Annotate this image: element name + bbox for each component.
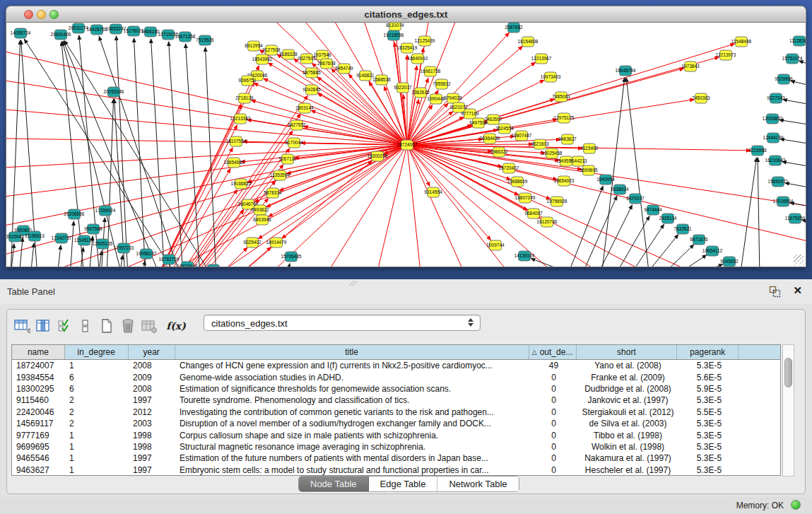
table-cell[interactable]: 1997 bbox=[129, 465, 175, 476]
table-cell[interactable]: Embryonic stem cells: a model to study s… bbox=[175, 465, 530, 476]
column-header-title[interactable]: title bbox=[175, 345, 529, 359]
table-cell[interactable]: 0 bbox=[530, 452, 577, 464]
table-cell[interactable]: Nakamura et al. (1997) bbox=[577, 452, 678, 464]
table-row[interactable]: 946362711997Embryonic stem cells: a mode… bbox=[12, 465, 780, 476]
table-cell[interactable]: 9115460 bbox=[12, 395, 65, 406]
table-cell[interactable]: 0 bbox=[530, 441, 577, 452]
show-columns-icon[interactable] bbox=[34, 317, 52, 335]
table-cell[interactable]: 2003 bbox=[129, 418, 175, 429]
table-row[interactable]: 1938455462009Genome-wide association stu… bbox=[12, 371, 780, 382]
table-cell[interactable]: Corpus callosum shape and size in male p… bbox=[175, 429, 530, 440]
table-cell[interactable]: 0 bbox=[530, 407, 577, 418]
table-cell[interactable]: 1 bbox=[65, 429, 129, 440]
table-cell[interactable]: 0 bbox=[530, 383, 577, 395]
delete-table-icon[interactable] bbox=[140, 317, 158, 335]
table-row[interactable]: 969969511998Structural magnetic resonanc… bbox=[12, 441, 780, 452]
table-cell[interactable]: 9777169 bbox=[12, 429, 65, 440]
column-header-in_degree[interactable]: in_degree bbox=[65, 345, 129, 359]
graph-node[interactable] bbox=[208, 264, 220, 267]
table-cell[interactable]: de Silva et al. (2003) bbox=[577, 418, 678, 429]
table-row[interactable]: 1456911722003Disruption of a novel membe… bbox=[12, 418, 780, 429]
table-cell[interactable]: 5.6E-5 bbox=[678, 371, 740, 382]
table-cell[interactable]: 18724007 bbox=[12, 360, 65, 371]
table-cell[interactable]: 1 bbox=[65, 452, 129, 464]
table-mode-icon[interactable]: ⚙ bbox=[13, 317, 31, 335]
table-cell[interactable]: 5.3E-5 bbox=[678, 429, 740, 440]
table-cell[interactable]: 22420046 bbox=[12, 407, 65, 418]
table-row[interactable]: 2242004622012Investigating the contribut… bbox=[12, 407, 780, 418]
table-cell[interactable]: Wolkin et al. (1998) bbox=[577, 441, 678, 452]
tab-edge-table[interactable]: Edge Table bbox=[369, 477, 438, 491]
table-cell[interactable]: Genome-wide association studies in ADHD. bbox=[175, 371, 530, 382]
table-cell[interactable]: 2012 bbox=[129, 407, 175, 418]
table-cell[interactable]: 1997 bbox=[129, 452, 175, 464]
table-cell[interactable]: 5.3E-5 bbox=[678, 360, 740, 371]
table-cell[interactable]: Dudbridge et al. (2008) bbox=[577, 383, 678, 395]
table-cell[interactable]: 19384554 bbox=[12, 371, 65, 382]
column-header-pagerank[interactable]: pagerank bbox=[677, 345, 739, 359]
table-cell[interactable]: 0 bbox=[530, 465, 577, 476]
scrollbar-thumb[interactable] bbox=[784, 358, 792, 387]
table-cell[interactable]: 18300295 bbox=[12, 383, 65, 395]
network-canvas[interactable]: 1405572420691406205311741642875510653247… bbox=[6, 23, 806, 267]
table-cell[interactable]: Hescheler et al. (1997) bbox=[577, 465, 678, 476]
table-row[interactable]: 946554611997Estimation of the future num… bbox=[12, 452, 780, 464]
table-cell[interactable]: 2009 bbox=[129, 371, 175, 382]
table-cell[interactable]: 1 bbox=[65, 465, 129, 476]
table-select-dropdown[interactable]: citations_edges.txt bbox=[204, 315, 481, 331]
table-cell[interactable]: 49 bbox=[530, 360, 577, 371]
table-cell[interactable]: 5.9E-5 bbox=[678, 383, 740, 395]
select-all-rows-icon[interactable] bbox=[55, 317, 73, 335]
close-panel-icon[interactable]: ✕ bbox=[793, 284, 802, 297]
create-column-icon[interactable] bbox=[98, 317, 116, 335]
table-cell[interactable]: 9699695 bbox=[12, 441, 65, 452]
table-row[interactable]: 911546021997Tourette syndrome. Phenomeno… bbox=[12, 395, 780, 406]
table-cell[interactable]: 9463627 bbox=[12, 465, 65, 476]
table-cell[interactable]: 9465546 bbox=[12, 452, 65, 464]
table-cell[interactable]: Stergiakouli et al. (2012) bbox=[577, 407, 678, 418]
table-cell[interactable]: 2 bbox=[65, 418, 129, 429]
table-cell[interactable]: 0 bbox=[530, 371, 577, 382]
table-cell[interactable]: Tibbo et al. (1998) bbox=[577, 429, 678, 440]
table-cell[interactable]: 6 bbox=[65, 371, 129, 382]
table-cell[interactable]: Yano et al. (2008) bbox=[577, 360, 678, 371]
table-cell[interactable]: 2008 bbox=[129, 360, 175, 371]
column-header-out_de[interactable]: △out_de... bbox=[529, 345, 577, 359]
table-cell[interactable]: Estimation of significance thresholds fo… bbox=[175, 383, 530, 395]
table-cell[interactable]: 1 bbox=[65, 360, 129, 371]
table-cell[interactable]: 0 bbox=[530, 429, 577, 440]
resize-grip-icon[interactable] bbox=[794, 255, 804, 264]
table-cell[interactable]: 5.3E-5 bbox=[678, 395, 740, 406]
float-panel-icon[interactable] bbox=[769, 286, 781, 298]
table-cell[interactable]: 5.3E-5 bbox=[678, 441, 740, 452]
table-cell[interactable]: 1998 bbox=[129, 429, 175, 440]
table-cell[interactable]: Estimation of the future numbers of pati… bbox=[175, 452, 530, 464]
table-cell[interactable]: 1998 bbox=[129, 441, 175, 452]
table-cell[interactable]: 5.3E-5 bbox=[678, 452, 740, 464]
table-cell[interactable]: 1 bbox=[65, 441, 129, 452]
function-builder-icon[interactable]: f(x) bbox=[167, 317, 185, 335]
delete-column-icon[interactable] bbox=[119, 317, 137, 335]
table-cell[interactable]: Franke et al. (2009) bbox=[577, 371, 678, 382]
table-cell[interactable]: Jankovic et al. (1997) bbox=[577, 395, 678, 406]
column-header-year[interactable]: year bbox=[129, 345, 175, 359]
network-graph[interactable]: 1405572420691406205311741642875510653247… bbox=[6, 23, 806, 267]
split-handle-icon[interactable]: ⟋⟋ bbox=[349, 280, 355, 288]
table-cell[interactable]: 0 bbox=[530, 418, 577, 429]
tab-network-table[interactable]: Network Table bbox=[437, 477, 518, 491]
table-cell[interactable]: 2008 bbox=[129, 383, 175, 395]
table-cell[interactable]: 6 bbox=[65, 383, 129, 395]
row-height-icon[interactable] bbox=[76, 317, 95, 335]
table-cell[interactable]: 5.3E-5 bbox=[678, 465, 740, 476]
table-cell[interactable]: 5.5E-5 bbox=[678, 407, 740, 418]
table-row[interactable]: 1830029562008Estimation of significance … bbox=[12, 383, 780, 395]
table-cell[interactable]: Investigating the contribution of common… bbox=[175, 407, 530, 418]
table-cell[interactable]: 2 bbox=[65, 395, 129, 406]
table-cell[interactable]: Disruption of a novel member of a sodium… bbox=[175, 418, 530, 429]
table-row[interactable]: 977716911998Corpus callosum shape and si… bbox=[12, 429, 780, 440]
window-titlebar[interactable]: citations_edges.txt bbox=[6, 6, 806, 23]
table-row[interactable]: 1872400712008Changes of HCN gene express… bbox=[12, 360, 780, 371]
table-cell[interactable]: 0 bbox=[530, 395, 577, 406]
table-cell[interactable]: Tourette syndrome. Phenomenology and cla… bbox=[175, 395, 530, 406]
table-cell[interactable]: Structural magnetic resonance image aver… bbox=[175, 441, 530, 452]
